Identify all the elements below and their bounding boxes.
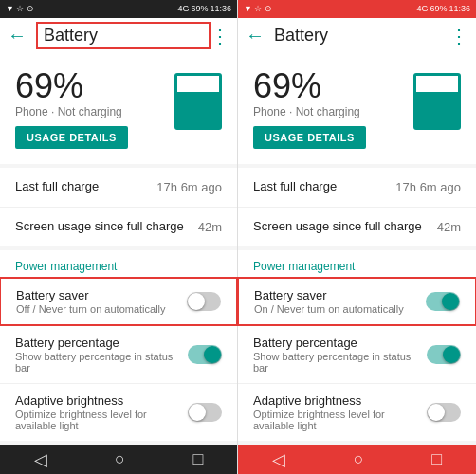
right-battery-percent: 69% <box>253 69 366 103</box>
right-info-row-1: Screen usage since full charge 42m <box>238 208 476 246</box>
left-toggle-knob-battery-pct <box>204 346 221 363</box>
left-status-icons: ▼ ☆ ⊙ <box>6 4 34 13</box>
right-nav-bar: ◁ ○ □ <box>238 445 476 474</box>
left-info-section: Last full charge 17h 6m ago Screen usage… <box>0 168 237 246</box>
right-info-row-0: Last full charge 17h 6m ago <box>238 168 476 208</box>
right-battery-icon <box>413 73 461 130</box>
left-status-right: 4G 69% 11:36 <box>177 4 231 13</box>
right-setting-label-adaptive: Adaptive brightness <box>253 393 427 408</box>
right-setting-sublabel-battery-pct: Show battery percentage in status bar <box>253 351 427 374</box>
right-toggle-knob-battery-pct <box>443 346 460 363</box>
right-status-icons: ▼ ☆ ⊙ <box>244 4 272 13</box>
left-menu-button[interactable]: ⋮ <box>211 25 229 47</box>
left-toggle-adaptive[interactable] <box>188 403 222 422</box>
left-toggle-knob-battery-saver <box>188 293 205 310</box>
left-setting-sublabel-battery-saver: Off / Never turn on automatically <box>16 303 187 315</box>
right-setting-info-battery-saver: Battery saver On / Never turn on automat… <box>254 288 426 315</box>
right-nav-back-icon[interactable]: ◁ <box>272 449 285 470</box>
right-info-section: Last full charge 17h 6m ago Screen usage… <box>238 168 476 246</box>
right-setting-info-battery-pct: Battery percentage Show battery percenta… <box>253 336 427 374</box>
left-usage-details-button[interactable]: USAGE DETAILS <box>15 126 128 149</box>
left-battery-icon-wrap <box>174 69 222 130</box>
left-nav-home-icon[interactable]: ○ <box>115 449 125 469</box>
left-nav-bar: ◁ ○ □ <box>0 445 237 474</box>
right-battery-status: Phone · Not charging <box>253 105 366 118</box>
left-info-label-0: Last full charge <box>15 179 149 195</box>
left-signal: 4G <box>177 4 189 13</box>
left-setting-label-battery-pct: Battery percentage <box>15 336 188 350</box>
right-info-label-0: Last full charge <box>253 179 388 195</box>
right-setting-info-adaptive: Adaptive brightness Optimize brightness … <box>253 393 427 431</box>
right-power-header: Power management <box>238 250 476 277</box>
right-toggle-battery-saver[interactable] <box>426 292 460 311</box>
left-battery-fill <box>177 92 219 127</box>
right-battery-section: 69% Phone · Not charging USAGE DETAILS <box>238 54 476 164</box>
left-info-value-0: 17h 6m ago <box>156 180 222 194</box>
right-info-label-1: Screen usage since full charge <box>253 219 430 235</box>
left-battery-percent: 69% <box>15 69 128 103</box>
left-toggle-battery-saver[interactable] <box>187 292 221 311</box>
left-info-label-1: Screen usage since full charge <box>15 219 191 235</box>
right-setting-sublabel-battery-saver: On / Never turn on automatically <box>254 303 426 315</box>
right-toolbar: ← Battery ⋮ <box>238 18 476 55</box>
right-toggle-battery-pct[interactable] <box>427 345 461 364</box>
right-menu-button[interactable]: ⋮ <box>449 25 468 47</box>
left-toolbar: ← Battery ⋮ <box>0 18 237 55</box>
left-setting-label-adaptive: Adaptive brightness <box>15 393 188 408</box>
left-setting-info-battery-pct: Battery percentage Show battery percenta… <box>15 336 188 374</box>
right-setting-row-battery-saver: Battery saver On / Never turn on automat… <box>237 277 476 326</box>
right-battery-pct: 69% <box>430 4 447 13</box>
left-status-bar: ▼ ☆ ⊙ 4G 69% 11:36 <box>0 0 237 18</box>
right-power-section: Power management Battery saver On / Neve… <box>238 250 476 441</box>
right-battery-fill <box>416 92 458 127</box>
left-setting-sublabel-adaptive: Optimize brightness level for available … <box>15 409 188 431</box>
left-info-row-0: Last full charge 17h 6m ago <box>0 168 237 208</box>
left-setting-sublabel-battery-pct: Show battery percentage in status bar <box>15 351 188 374</box>
right-toggle-knob-battery-saver <box>442 293 459 310</box>
left-power-section: Power management Battery saver Off / Nev… <box>0 250 237 441</box>
left-setting-info-battery-saver: Battery saver Off / Never turn on automa… <box>16 288 187 315</box>
left-setting-label-battery-saver: Battery saver <box>16 288 187 302</box>
left-info-row-1: Screen usage since full charge 42m <box>0 208 237 246</box>
right-setting-sublabel-adaptive: Optimize brightness level for available … <box>253 409 427 431</box>
left-battery-pct: 69% <box>191 4 208 13</box>
left-battery-section: 69% Phone · Not charging USAGE DETAILS <box>0 54 237 164</box>
right-nav-home-icon[interactable]: ○ <box>354 449 364 469</box>
left-back-button[interactable]: ← <box>8 25 27 46</box>
left-toggle-knob-adaptive <box>189 404 206 421</box>
right-info-value-0: 17h 6m ago <box>395 180 461 194</box>
right-info-value-1: 42m <box>437 220 461 234</box>
right-status-bar: ▼ ☆ ⊙ 4G 69% 11:36 <box>238 0 476 18</box>
right-setting-label-battery-pct: Battery percentage <box>253 336 427 350</box>
right-battery-icon-wrap <box>413 69 461 130</box>
left-battery-icon <box>174 73 222 130</box>
right-setting-label-battery-saver: Battery saver <box>254 288 426 302</box>
right-setting-row-adaptive: Adaptive brightness Optimize brightness … <box>238 384 476 441</box>
right-nav-recent-icon[interactable]: □ <box>431 449 442 469</box>
left-power-header: Power management <box>0 250 237 277</box>
left-panel: ▼ ☆ ⊙ 4G 69% 11:36 ← Battery ⋮ 69% Phone… <box>0 0 238 474</box>
right-panel: ▼ ☆ ⊙ 4G 69% 11:36 ← Battery ⋮ 69% Phone… <box>238 0 476 474</box>
left-setting-row-adaptive: Adaptive brightness Optimize brightness … <box>0 384 237 441</box>
left-nav-recent-icon[interactable]: □ <box>192 449 203 469</box>
left-toolbar-title: Battery <box>36 22 211 49</box>
right-status-right: 4G 69% 11:36 <box>416 4 470 13</box>
right-setting-row-battery-pct: Battery percentage Show battery percenta… <box>238 326 476 384</box>
right-toggle-adaptive[interactable] <box>427 403 461 422</box>
right-usage-details-button[interactable]: USAGE DETAILS <box>253 126 366 149</box>
left-setting-row-battery-saver: Battery saver Off / Never turn on automa… <box>0 277 238 326</box>
left-toggle-battery-pct[interactable] <box>188 345 222 364</box>
left-setting-info-adaptive: Adaptive brightness Optimize brightness … <box>15 393 188 431</box>
left-time: 11:36 <box>210 4 231 13</box>
left-setting-row-battery-pct: Battery percentage Show battery percenta… <box>0 326 237 384</box>
right-toggle-knob-adaptive <box>428 404 445 421</box>
right-signal: 4G <box>416 4 428 13</box>
right-back-button[interactable]: ← <box>246 25 265 46</box>
left-battery-status: Phone · Not charging <box>15 105 128 118</box>
right-time: 11:36 <box>449 4 470 13</box>
right-toolbar-title: Battery <box>274 26 449 46</box>
left-nav-back-icon[interactable]: ◁ <box>34 449 47 470</box>
left-info-value-1: 42m <box>198 220 222 234</box>
